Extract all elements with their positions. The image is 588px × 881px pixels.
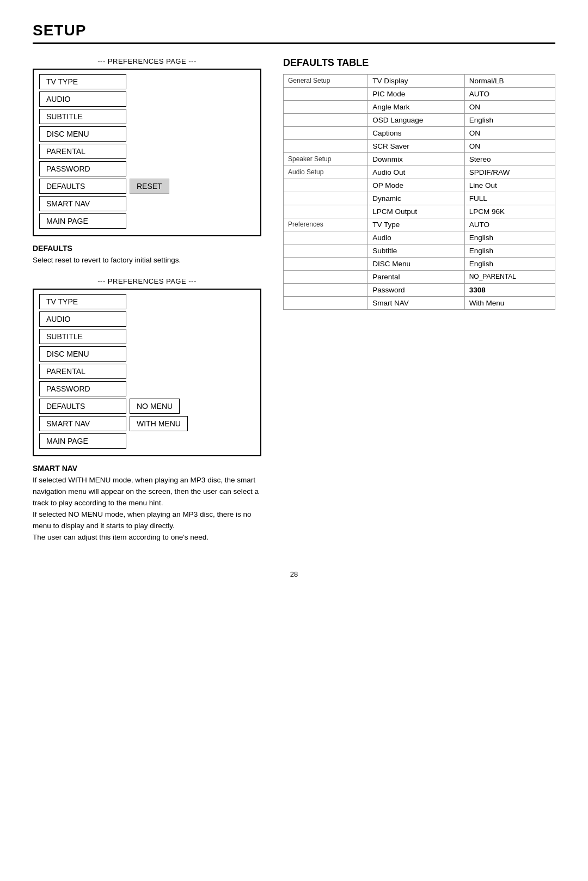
- list-item: PASSWORD: [39, 161, 255, 176]
- list-item: PARENTAL: [39, 144, 255, 159]
- table-cell-category: [284, 179, 368, 192]
- menu2-label-discmenu[interactable]: DISC MENU: [39, 346, 126, 362]
- section2-header: --- PREFERENCES PAGE ---: [33, 277, 261, 285]
- table-row: Audio Setup Audio Out SPDIF/RAW: [284, 166, 555, 179]
- table-cell-value: NO_PARENTAL: [464, 271, 555, 284]
- table-cell-category: General Setup: [284, 75, 368, 88]
- menu-label-parental[interactable]: PARENTAL: [39, 144, 126, 159]
- table-cell-value: Stereo: [464, 153, 555, 166]
- list-item: DISC MENU: [39, 346, 255, 362]
- table-cell-value: AUTO: [464, 88, 555, 101]
- table-cell-value bold-val: 3308: [464, 284, 555, 297]
- table-cell-value: AUTO: [464, 218, 555, 231]
- table-cell-category: [284, 297, 368, 310]
- menu2-extra-nomenu[interactable]: NO MENU: [130, 399, 180, 414]
- table-cell-category: [284, 271, 368, 284]
- table-row: LPCM Output LPCM 96K: [284, 205, 555, 218]
- table-row: Speaker Setup Downmix Stereo: [284, 153, 555, 166]
- page-title: SETUP: [33, 22, 555, 44]
- defaults-desc-title: DEFAULTS: [33, 244, 261, 253]
- list-item: MAIN PAGE: [39, 433, 255, 449]
- menu-extra-reset[interactable]: RESET: [130, 179, 169, 194]
- menu2-label-tvtype[interactable]: TV TYPE: [39, 294, 126, 309]
- table-cell-category: Speaker Setup: [284, 153, 368, 166]
- table-row: General Setup TV Display Normal/LB: [284, 75, 555, 88]
- menu-label-tvtype[interactable]: TV TYPE: [39, 74, 126, 89]
- table-cell-category: Audio Setup: [284, 166, 368, 179]
- table-cell-category: [284, 231, 368, 244]
- list-item: TV TYPE: [39, 294, 255, 309]
- menu2-label-mainpage[interactable]: MAIN PAGE: [39, 433, 126, 449]
- table-cell-value: English: [464, 114, 555, 127]
- table-cell-setting: SCR Saver: [368, 140, 464, 153]
- table-row: Preferences TV Type AUTO: [284, 218, 555, 231]
- table-cell-setting: Dynamic: [368, 192, 464, 205]
- table-cell-value: English: [464, 231, 555, 244]
- menu-label-smartnav[interactable]: SMART NAV: [39, 196, 126, 211]
- list-item: SMART NAV WITH MENU: [39, 416, 255, 431]
- menu-box-2: TV TYPE AUDIO SUBTITLE DISC MENU PARENTA…: [33, 289, 261, 456]
- table-cell-setting: PIC Mode: [368, 88, 464, 101]
- menu2-label-defaults[interactable]: DEFAULTS: [39, 399, 126, 414]
- table-row: Angle Mark ON: [284, 101, 555, 114]
- menu2-label-subtitle[interactable]: SUBTITLE: [39, 329, 126, 344]
- table-cell-category: [284, 284, 368, 297]
- page-number: 28: [33, 570, 555, 578]
- table-cell-value: English: [464, 258, 555, 271]
- table-row: Password 3308: [284, 284, 555, 297]
- menu2-extra-withmenu[interactable]: WITH MENU: [130, 416, 188, 431]
- list-item: PASSWORD: [39, 381, 255, 396]
- table-cell-setting: Captions: [368, 127, 464, 140]
- menu-box-1: TV TYPE AUDIO SUBTITLE DISC MENU PARENTA…: [33, 69, 261, 236]
- list-item: AUDIO: [39, 91, 255, 107]
- table-cell-value: ON: [464, 101, 555, 114]
- menu-label-subtitle[interactable]: SUBTITLE: [39, 109, 126, 124]
- table-cell-setting: OSD Language: [368, 114, 464, 127]
- menu-label-password[interactable]: PASSWORD: [39, 161, 126, 176]
- table-row: SCR Saver ON: [284, 140, 555, 153]
- table-row: Captions ON: [284, 127, 555, 140]
- table-cell-value: LPCM 96K: [464, 205, 555, 218]
- table-cell-category: [284, 114, 368, 127]
- table-cell-setting: Subtitle: [368, 244, 464, 258]
- table-cell-category: [284, 192, 368, 205]
- table-row: Smart NAV With Menu: [284, 297, 555, 310]
- table-cell-setting: Audio Out: [368, 166, 464, 179]
- left-column: --- PREFERENCES PAGE --- TV TYPE AUDIO S…: [33, 57, 261, 554]
- table-cell-setting: OP Mode: [368, 179, 464, 192]
- table-cell-category: [284, 101, 368, 114]
- menu2-label-parental[interactable]: PARENTAL: [39, 364, 126, 379]
- menu-label-mainpage[interactable]: MAIN PAGE: [39, 213, 126, 229]
- list-item: PARENTAL: [39, 364, 255, 379]
- defaults-table-title: DEFAULTS TABLE: [283, 57, 555, 69]
- table-cell-value: Line Out: [464, 179, 555, 192]
- table-row: PIC Mode AUTO: [284, 88, 555, 101]
- list-item: SUBTITLE: [39, 329, 255, 344]
- section1-header: --- PREFERENCES PAGE ---: [33, 57, 261, 65]
- table-cell-value: SPDIF/RAW: [464, 166, 555, 179]
- menu2-label-audio[interactable]: AUDIO: [39, 311, 126, 327]
- menu2-label-password[interactable]: PASSWORD: [39, 381, 126, 396]
- table-row: Subtitle English: [284, 244, 555, 258]
- table-cell-value: English: [464, 244, 555, 258]
- table-cell-setting: TV Type: [368, 218, 464, 231]
- table-cell-value: Normal/LB: [464, 75, 555, 88]
- smartnav-desc-title: SMART NAV: [33, 464, 261, 473]
- table-row: Dynamic FULL: [284, 192, 555, 205]
- table-cell-setting: TV Display: [368, 75, 464, 88]
- menu-label-audio[interactable]: AUDIO: [39, 91, 126, 107]
- table-cell-category: [284, 140, 368, 153]
- table-row: OSD Language English: [284, 114, 555, 127]
- table-cell-setting: Smart NAV: [368, 297, 464, 310]
- table-cell-setting: DISC Menu: [368, 258, 464, 271]
- menu-label-discmenu[interactable]: DISC MENU: [39, 126, 126, 142]
- menu2-label-smartnav[interactable]: SMART NAV: [39, 416, 126, 431]
- table-cell-setting: LPCM Output: [368, 205, 464, 218]
- table-cell-setting: Downmix: [368, 153, 464, 166]
- list-item: MAIN PAGE: [39, 213, 255, 229]
- defaults-description: DEFAULTS Select reset to revert to facto…: [33, 244, 261, 266]
- menu-label-defaults[interactable]: DEFAULTS: [39, 179, 126, 194]
- table-cell-value: FULL: [464, 192, 555, 205]
- table-cell-category: [284, 244, 368, 258]
- list-item: SUBTITLE: [39, 109, 255, 124]
